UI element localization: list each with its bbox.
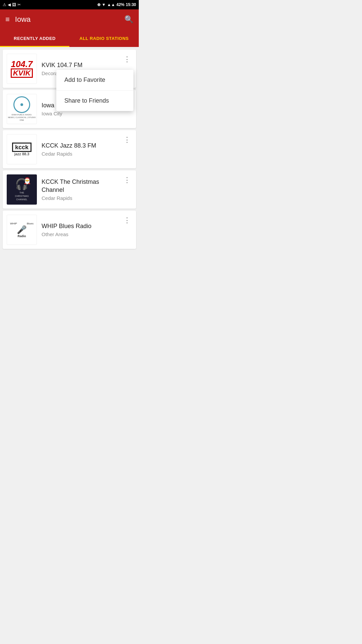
wifi-icon: ▼ [102, 2, 106, 7]
kcck-jazz-location: Cedar Rapids [42, 151, 117, 157]
whip-blues-name: WHIP Blues Radio [42, 222, 117, 230]
status-icons-left: ⚠ ◀ 🖼 ✂ [3, 2, 21, 7]
kcck-christmas-more-button[interactable]: ⋮ [122, 174, 132, 186]
context-menu: Add to Favorite Share to Friends [56, 70, 133, 111]
kcck-christmas-location: Cedar Rapids [42, 195, 117, 201]
signal-icon: ▲▲ [107, 2, 115, 7]
misc-icon: ✂ [17, 2, 21, 7]
circled-plus-icon: ⊕ [97, 2, 101, 7]
kcck-jazz-more-button[interactable]: ⋮ [122, 134, 132, 146]
app-bar-left: ≡ Iowa [5, 15, 31, 24]
whip-blues-info: WHIP Blues Radio Other Areas [42, 222, 117, 237]
app-title: Iowa [15, 15, 31, 24]
search-button[interactable]: 🔍 [124, 15, 133, 24]
clock: 15:30 [126, 2, 136, 7]
menu-button[interactable]: ≡ [5, 15, 10, 24]
kcck-christmas-info: KCCK The Christmas Channel Cedar Rapids [42, 178, 117, 201]
kvik-name: KVIK 104.7 FM [42, 61, 117, 69]
back-icon: ◀ [8, 2, 11, 7]
kcck-jazz-name: KCCK Jazz 88.3 FM [42, 142, 117, 150]
kvik-logo: 104.7 KVIK [7, 54, 37, 84]
whip-blues-logo: WHIP Blues 🎤 Radio [7, 215, 37, 245]
whip-blues-more-button[interactable]: ⋮ [122, 215, 132, 226]
status-icons-right: ⊕ ▼ ▲▲ 42% 15:30 [97, 2, 136, 7]
ipr-location: Iowa City [42, 111, 117, 116]
app-bar: ≡ Iowa 🔍 [0, 9, 139, 30]
whip-blues-location: Other Areas [42, 231, 117, 237]
add-to-favorite-button[interactable]: Add to Favorite [56, 70, 133, 91]
tab-all-radio-stations[interactable]: ALL RADIO STATIONS [69, 30, 139, 47]
ipr-logo: IOWA PUBLIC RADIO.NEWS | CLASSICAL | STU… [7, 94, 37, 124]
station-card-kcck-christmas[interactable]: 🎅 🎧 THECHRISTMASCHANNEL KCCK The Christm… [3, 170, 136, 209]
station-card-whip-blues[interactable]: WHIP Blues 🎤 Radio WHIP Blues Radio Othe… [3, 211, 136, 249]
station-list: 104.7 KVIK KVIK 104.7 FM Decorah ⋮ Add t… [0, 47, 139, 252]
kcck-jazz-logo: kcck jazz 88.3 [7, 134, 37, 164]
station-card-kcck-jazz[interactable]: kcck jazz 88.3 KCCK Jazz 88.3 FM Cedar R… [3, 130, 136, 168]
kvik-more-button[interactable]: ⋮ [122, 54, 132, 65]
image-icon: 🖼 [12, 2, 16, 7]
kcck-christmas-logo: 🎅 🎧 THECHRISTMASCHANNEL [7, 174, 37, 205]
notification-icon: ⚠ [3, 2, 6, 7]
kcck-jazz-info: KCCK Jazz 88.3 FM Cedar Rapids [42, 142, 117, 157]
share-to-friends-button[interactable]: Share to Friends [56, 91, 133, 111]
kcck-christmas-name: KCCK The Christmas Channel [42, 178, 117, 194]
tab-bar: RECENTLY ADDED ALL RADIO STATIONS [0, 30, 139, 47]
status-bar: ⚠ ◀ 🖼 ✂ ⊕ ▼ ▲▲ 42% 15:30 [0, 0, 139, 9]
tab-recently-added[interactable]: RECENTLY ADDED [0, 30, 69, 47]
battery-level: 42% [116, 2, 124, 7]
station-card-kvik-wrapper: 104.7 KVIK KVIK 104.7 FM Decorah ⋮ Add t… [3, 50, 136, 88]
